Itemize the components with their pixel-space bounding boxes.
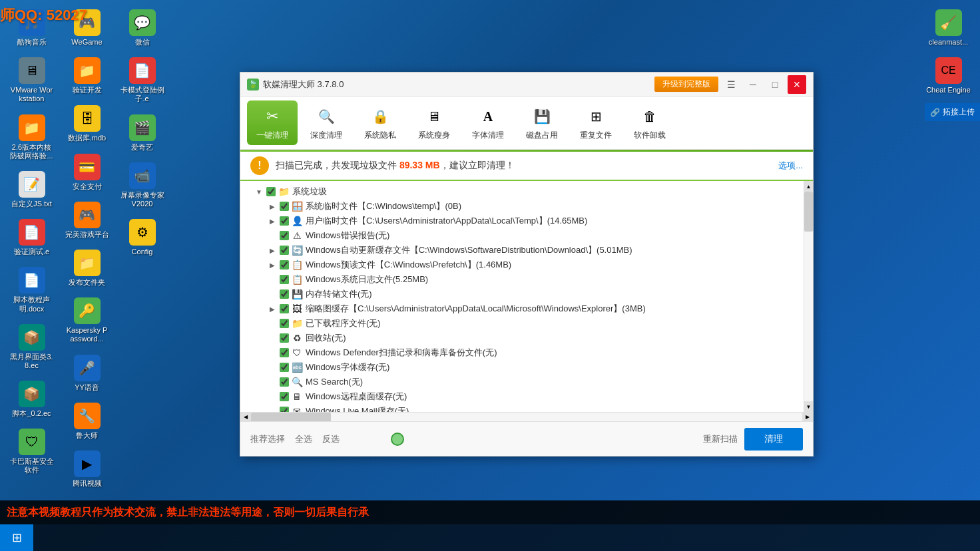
tree-item-10[interactable]: ▶ ♻ 回收站(无) [240, 331, 804, 345]
minimize-button[interactable]: ─ [744, 75, 762, 94]
vscroll-up[interactable]: ▲ [804, 181, 813, 192]
icon-yyaudio[interactable]: 🎤 YY语音 [62, 352, 112, 395]
vmware-icon: 🖥 [19, 57, 45, 84]
tool-yinsi[interactable]: 🔒 系统隐私 [355, 100, 405, 145]
tool-yijian[interactable]: ✂ 一键清理 [247, 100, 298, 145]
tree-toggle-2[interactable]: ▶ [267, 216, 278, 226]
tree-checkbox-9[interactable] [280, 319, 289, 328]
tree-checkbox-15[interactable] [280, 407, 289, 412]
icon-database[interactable]: 🗄 数据库.mdb [62, 102, 112, 145]
icon-ludashi[interactable]: 🔧 鲁大师 [62, 400, 112, 443]
tree-item-11[interactable]: ▶ 🛡 Windows Defender扫描记录和病毒库备份文件(无) [240, 345, 804, 360]
tool-ruanjian[interactable]: 🗑 软件卸载 [624, 100, 675, 145]
icon-heimoon[interactable]: 📦 黑月界面类3.8.ec [7, 321, 57, 373]
tree-root-checkbox[interactable] [266, 187, 276, 196]
hscroll-thumb[interactable] [251, 413, 331, 422]
hscrollbar[interactable]: ◀ ▶ [240, 412, 813, 421]
hscroll-right[interactable]: ▶ [802, 413, 813, 422]
tool-ziti[interactable]: A 字体清理 [463, 100, 513, 145]
icon-iqiyi[interactable]: 🎬 爱奇艺 [117, 112, 167, 154]
icon-zdyjstxt[interactable]: 📝 自定义JS.txt [7, 168, 57, 211]
tree-item-2[interactable]: ▶ 👤 用户临时文件【C:\Users\Administrator\AppDat… [240, 214, 804, 228]
tree-toggle-8[interactable]: ▶ [267, 303, 278, 314]
vscroll-thumb[interactable] [804, 192, 813, 232]
tree-item-6[interactable]: ▶ 📋 Windows系统日志文件(5.25MB) [240, 272, 804, 287]
select-all-link[interactable]: 全选 [295, 433, 312, 445]
clean-button[interactable]: 清理 [744, 428, 803, 451]
tree-item-5[interactable]: ▶ 📋 Windows预读文件【C:\Windows\Prefetch\】(1.… [240, 258, 804, 272]
file-list[interactable]: ▼ 📁 系统垃圾 ▶ 🪟 系统临时文件【C:\Windows\temp\】(0B… [240, 181, 804, 412]
tree-checkbox-4[interactable] [280, 246, 289, 255]
tree-checkbox-2[interactable] [280, 216, 289, 226]
recommend-link[interactable]: 推荐选择 [250, 433, 285, 445]
tree-checkbox-1[interactable] [280, 202, 289, 211]
tool-cipan[interactable]: 💾 磁盘占用 [517, 100, 567, 145]
connect-button[interactable]: 🔗 拓接上传 [925, 103, 980, 121]
tree-checkbox-5[interactable] [280, 260, 289, 270]
notification-text: 注意本视频教程只作为技术交流，禁止非法违法等用途，否则一切后果自行承 [7, 506, 369, 520]
tree-item-14[interactable]: ▶ 🖥 Windows远程桌面缓存(无) [240, 389, 804, 404]
tree-checkbox-7[interactable] [280, 289, 289, 299]
tree-item-4[interactable]: ▶ 🔄 Windows自动更新缓存文件【C:\Windows\SoftwareD… [240, 243, 804, 258]
icon-jiaocheng[interactable]: 📄 脚本教程声明.docx [7, 264, 57, 315]
icon-kaspersky[interactable]: 🛡 卡巴斯基安全软件 [7, 426, 57, 477]
icon-js26[interactable]: 📁 2.6版本内核防破网络验... [7, 112, 57, 163]
tree-checkbox-14[interactable] [280, 392, 289, 401]
tool-shoushen[interactable]: 🖥 系统瘦身 [409, 100, 459, 145]
tree-checkbox-3[interactable] [280, 231, 289, 240]
tree-checkbox-11[interactable] [280, 348, 289, 357]
icon-weixin[interactable]: 💬 微信 [117, 7, 167, 49]
tree-toggle-5[interactable]: ▶ [267, 260, 278, 270]
close-button[interactable]: ✕ [788, 75, 806, 94]
icon-jiaoben[interactable]: 📦 脚本_0.2.ec [7, 378, 57, 421]
icon-wanmei[interactable]: 🎮 完美游戏平台 [62, 199, 112, 242]
maximize-button[interactable]: □ [766, 75, 784, 94]
upgrade-button[interactable]: 升级到完整版 [654, 77, 718, 92]
deselect-link[interactable]: 反选 [322, 433, 340, 445]
hscroll-left[interactable]: ◀ [240, 413, 251, 422]
tree-item-7[interactable]: ▶ 💾 内存转储文件(无) [240, 287, 804, 301]
tree-item-3[interactable]: ▶ ⚠ Windows错误报告(无) [240, 228, 804, 243]
tree-item-13[interactable]: ▶ 🔍 MS Search(无) [240, 375, 804, 389]
tool-chongfu[interactable]: ⊞ 重复文件 [571, 100, 621, 145]
tree-item-8[interactable]: ▶ 🖼 缩略图缓存【C:\Users\Administrator\AppData… [240, 301, 804, 316]
tree-checkbox-6[interactable] [280, 275, 289, 284]
icon-tengxun[interactable]: ▶ 腾讯视频 [62, 448, 112, 490]
icon-vmware[interactable]: 🖥 VMware Workstation [7, 55, 57, 106]
icon-fabu[interactable]: 📁 发布文件夹 [62, 247, 112, 289]
icon-kamode[interactable]: 📄 卡模式登陆例子.e [117, 55, 167, 106]
vscrollbar[interactable]: ▲ ▼ [804, 181, 813, 412]
tree-icon-14: 🖥 [291, 391, 303, 403]
vscroll-down[interactable]: ▼ [804, 401, 813, 412]
tree-root[interactable]: ▼ 📁 系统垃圾 [240, 184, 804, 199]
status-options-link[interactable]: 选项... [778, 160, 803, 172]
tree-checkbox-12[interactable] [280, 363, 289, 372]
icon-yanzheng2[interactable]: 📁 验证开发 [62, 55, 112, 97]
icon-anquanzhifu[interactable]: 💳 安全支付 [62, 151, 112, 194]
rescan-button[interactable]: 重新扫描 [703, 433, 738, 445]
tree-text-11: Windows Defender扫描记录和病毒库备份文件(无) [306, 347, 804, 359]
tree-item-15[interactable]: ▶ ✉ Windows Live Mail缓存(无) [240, 404, 804, 412]
icon-luping[interactable]: 📹 屏幕录像专家V2020 [117, 160, 167, 211]
tree-checkbox-10[interactable] [280, 333, 289, 343]
icon-yanzheng[interactable]: 📄 验证测试.e [7, 216, 57, 259]
tree-toggle-4[interactable]: ▶ [267, 245, 278, 256]
icon-cleanmaster[interactable]: 🧹 cleanmast... [923, 7, 973, 49]
icon-cheatengine[interactable]: CE Cheat Engine [923, 55, 973, 97]
jiaocheng-icon: 📄 [19, 267, 45, 293]
icon-config[interactable]: ⚙ Config [117, 216, 167, 259]
tree-toggle-1[interactable]: ▶ [267, 201, 278, 212]
tree-item-12[interactable]: ▶ 🔤 Windows字体缓存(无) [240, 360, 804, 375]
start-button[interactable]: ⊞ [0, 524, 33, 551]
menu-button[interactable]: ☰ [722, 75, 740, 94]
kaspersky-label: 卡巴斯基安全软件 [9, 457, 54, 474]
tree-checkbox-8[interactable] [280, 304, 289, 313]
bottom-links: 推荐选择 全选 反选 [250, 433, 340, 445]
tree-item-1[interactable]: ▶ 🪟 系统临时文件【C:\Windows\temp\】(0B) [240, 199, 804, 214]
tool-shendu[interactable]: 🔍 深度清理 [301, 100, 352, 145]
tree-item-9[interactable]: ▶ 📁 已下载程序文件(无) [240, 316, 804, 331]
icon-kaspersky2[interactable]: 🔑 Kaspersky Password... [62, 295, 112, 346]
hscroll-track[interactable] [251, 413, 802, 422]
tree-root-toggle[interactable]: ▼ [254, 186, 264, 197]
tree-checkbox-13[interactable] [280, 377, 289, 387]
